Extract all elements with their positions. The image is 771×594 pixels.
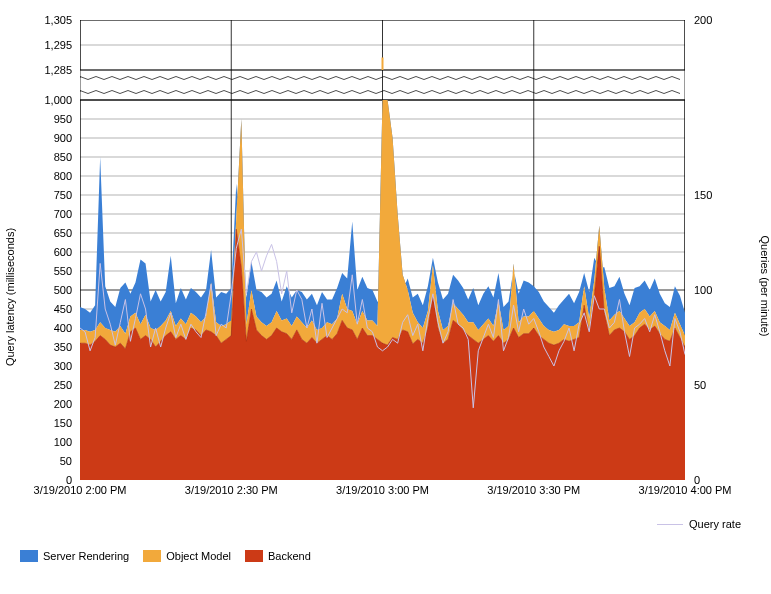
legend-item: Object Model bbox=[143, 550, 231, 562]
latency-chart: Query latency (milliseconds) Queries (pe… bbox=[10, 10, 761, 584]
legend-label: Server Rendering bbox=[43, 550, 129, 562]
swatch bbox=[245, 550, 263, 562]
y-axis-ticks-left: 0501001502002503003504004505005506006507… bbox=[10, 20, 76, 480]
line-swatch bbox=[657, 524, 683, 525]
y-axis-label-right: Queries (per minute) bbox=[759, 235, 771, 336]
x-axis-ticks: 3/19/2010 2:00 PM3/19/2010 2:30 PM3/19/2… bbox=[80, 484, 685, 500]
swatch bbox=[143, 550, 161, 562]
legend-stacked: Server Rendering Object Model Backend bbox=[20, 550, 311, 562]
plot-area bbox=[80, 20, 685, 480]
chart-svg bbox=[80, 20, 685, 480]
legend-label: Object Model bbox=[166, 550, 231, 562]
swatch bbox=[20, 550, 38, 562]
legend-label: Query rate bbox=[689, 518, 741, 530]
legend-item: Backend bbox=[245, 550, 311, 562]
y-axis-ticks-right: 050100150200 bbox=[690, 20, 740, 480]
legend-item: Server Rendering bbox=[20, 550, 129, 562]
legend-label: Backend bbox=[268, 550, 311, 562]
legend-query-rate: Query rate bbox=[657, 518, 741, 530]
